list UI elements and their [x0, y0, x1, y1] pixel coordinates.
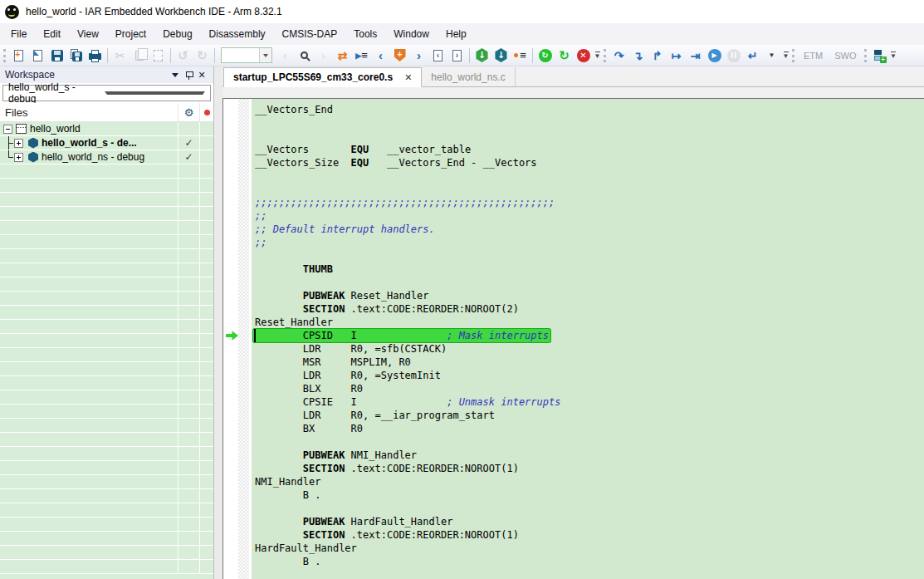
- toolbar-overflow-button[interactable]: ▼: [889, 47, 898, 64]
- code-line[interactable]: [255, 502, 924, 515]
- save-button[interactable]: [47, 47, 66, 65]
- menu-item-debug[interactable]: Debug: [154, 25, 200, 43]
- pin-button[interactable]: [182, 68, 195, 81]
- toolbar-combo[interactable]: [221, 47, 272, 63]
- code-line[interactable]: PUBWEAK HardFault_Handler: [255, 515, 924, 528]
- navigate-swap-button[interactable]: ⇄: [333, 47, 352, 65]
- panel-menu-button[interactable]: [169, 68, 182, 81]
- menu-item-edit[interactable]: Edit: [35, 25, 69, 43]
- code-line[interactable]: ;;: [255, 236, 924, 249]
- redo-button[interactable]: ↻: [193, 47, 212, 65]
- code-line[interactable]: LDR R0, =SystemInit: [255, 369, 924, 382]
- toolbar-overflow-button[interactable]: ▼: [781, 47, 790, 64]
- paste-button[interactable]: [149, 47, 168, 65]
- go-button[interactable]: ▶: [705, 47, 724, 65]
- step-out-button[interactable]: ↱: [648, 47, 667, 65]
- dropdown-caret-button[interactable]: ▼: [762, 47, 781, 65]
- code-line[interactable]: BX R0: [255, 422, 924, 435]
- previous-bookmark-button[interactable]: ‹: [371, 47, 390, 65]
- stop-debugging-button[interactable]: ↵: [743, 47, 762, 65]
- toolbar-grip[interactable]: [604, 49, 606, 62]
- code-line[interactable]: LDR R0, =__iar_program_start: [255, 409, 924, 422]
- menu-item-file[interactable]: File: [2, 25, 35, 43]
- code-line[interactable]: __Vectors_Size EQU __Vectors_End - __Vec…: [255, 156, 924, 169]
- code-line[interactable]: SECTION .text:CODE:REORDER:NOROOT(1): [255, 462, 924, 475]
- close-tab-icon[interactable]: ✕: [404, 72, 412, 83]
- code-line[interactable]: CPSIE I ; Unmask interrupts: [255, 395, 924, 409]
- code-line[interactable]: PUBWEAK NMI_Handler: [255, 449, 924, 462]
- code-editor[interactable]: __Vectors_End__Vectors EQU __vector_tabl…: [252, 99, 924, 579]
- goto-list-button[interactable]: ▶≡: [352, 47, 371, 65]
- next-bookmark-button[interactable]: ›: [409, 47, 428, 65]
- code-line[interactable]: [255, 276, 924, 289]
- undo-button[interactable]: ↺: [174, 47, 193, 65]
- code-line[interactable]: __Vectors EQU __vector_table: [255, 143, 924, 156]
- tree-item-hello-world[interactable]: hello_world: [0, 122, 213, 136]
- toolbar-combo-dropdown-button[interactable]: [259, 48, 271, 62]
- debug-without-download-button[interactable]: ↓: [491, 47, 511, 65]
- find-previous-button[interactable]: ‹: [276, 47, 295, 65]
- toolbar-grip[interactable]: [864, 49, 867, 62]
- toggle-bookmark-button[interactable]: +: [390, 47, 409, 65]
- stop-button[interactable]: ✕: [574, 47, 593, 65]
- tree-item-hello-world-ns-debug[interactable]: hello_world_ns - debug✓: [0, 150, 213, 164]
- page-next-button[interactable]: ›: [447, 47, 467, 65]
- breakpoint-column-header[interactable]: [199, 103, 213, 121]
- expand-plus-box[interactable]: [14, 153, 23, 162]
- page-previous-button[interactable]: ‹: [428, 47, 447, 65]
- code-line[interactable]: ;; Default interrupt handlers.: [255, 223, 924, 236]
- tab-hello-world-ns-c[interactable]: hello_world_ns.c: [422, 67, 515, 86]
- configuration-selector[interactable]: hello_world_s - debug: [2, 85, 211, 101]
- panel-splitter[interactable]: [214, 66, 222, 579]
- restart-button[interactable]: ↻: [555, 47, 574, 65]
- code-line[interactable]: CPSID I ; Mask interrupts: [255, 329, 924, 342]
- step-into-button[interactable]: ↴: [628, 47, 648, 65]
- code-line[interactable]: SECTION .text:CODE:REORDER:NOROOT(1): [255, 528, 924, 542]
- tab-startup-lpc55s69-cm33-core0-s[interactable]: startup_LPC55S69_cm33_core0.s✕: [223, 67, 422, 87]
- code-line[interactable]: __Vectors_End: [255, 103, 924, 116]
- find-next-button[interactable]: ›: [314, 47, 333, 65]
- code-line[interactable]: THUMB: [255, 263, 924, 276]
- code-line[interactable]: PUBWEAK Reset_Handler: [255, 289, 924, 302]
- code-line[interactable]: [255, 183, 924, 196]
- code-line[interactable]: ;;;;;;;;;;;;;;;;;;;;;;;;;;;;;;;;;;;;;;;;…: [255, 196, 924, 209]
- code-line[interactable]: LDR R0, =sfb(CSTACK): [255, 342, 924, 356]
- download-debug-button[interactable]: ↓: [472, 47, 491, 65]
- menu-item-disassembly[interactable]: Disassembly: [201, 25, 274, 43]
- close-panel-button[interactable]: ✕: [195, 68, 208, 81]
- expand-minus-box[interactable]: [3, 125, 12, 134]
- save-all-button[interactable]: [66, 47, 86, 65]
- code-line[interactable]: MSR MSPLIM, R0: [255, 356, 924, 369]
- code-line[interactable]: BLX R0: [255, 382, 924, 395]
- print-button[interactable]: [86, 47, 105, 65]
- reset-button[interactable]: ↻: [535, 47, 555, 65]
- code-line[interactable]: B .: [255, 555, 924, 568]
- open-file-button[interactable]: [28, 47, 47, 65]
- break-button[interactable]: [724, 47, 743, 65]
- menu-item-help[interactable]: Help: [438, 25, 475, 43]
- menu-item-window[interactable]: Window: [385, 25, 438, 43]
- code-line[interactable]: HardFault_Handler: [255, 542, 924, 555]
- options-column-header[interactable]: ⚙: [178, 103, 199, 121]
- code-line[interactable]: NMI_Handler: [255, 475, 924, 488]
- code-line[interactable]: Reset_Handler: [255, 316, 924, 329]
- toolbar-grip[interactable]: [792, 49, 794, 62]
- toolbar-overflow-button[interactable]: ▼: [593, 47, 602, 64]
- code-line[interactable]: SECTION .text:CODE:REORDER:NOROOT(2): [255, 302, 924, 316]
- breakpoints-button[interactable]: ≡: [511, 47, 530, 65]
- code-line[interactable]: [255, 130, 924, 143]
- find-button[interactable]: [295, 47, 314, 65]
- menu-item-tools[interactable]: Tools: [345, 25, 385, 43]
- cut-button[interactable]: ✂: [110, 47, 130, 65]
- code-line[interactable]: [255, 169, 924, 183]
- editor-gutter[interactable]: [223, 99, 252, 579]
- toolbar-grip[interactable]: [3, 49, 6, 62]
- run-to-cursor-button[interactable]: ⇥: [686, 47, 705, 65]
- step-over-button[interactable]: ↷: [609, 47, 628, 65]
- menu-item-view[interactable]: View: [69, 25, 107, 43]
- code-line[interactable]: B .: [255, 488, 924, 502]
- expand-plus-box[interactable]: [14, 139, 23, 148]
- code-line[interactable]: [255, 435, 924, 449]
- swo-button[interactable]: SWO: [829, 47, 862, 64]
- breakpoint-margin[interactable]: [238, 99, 249, 579]
